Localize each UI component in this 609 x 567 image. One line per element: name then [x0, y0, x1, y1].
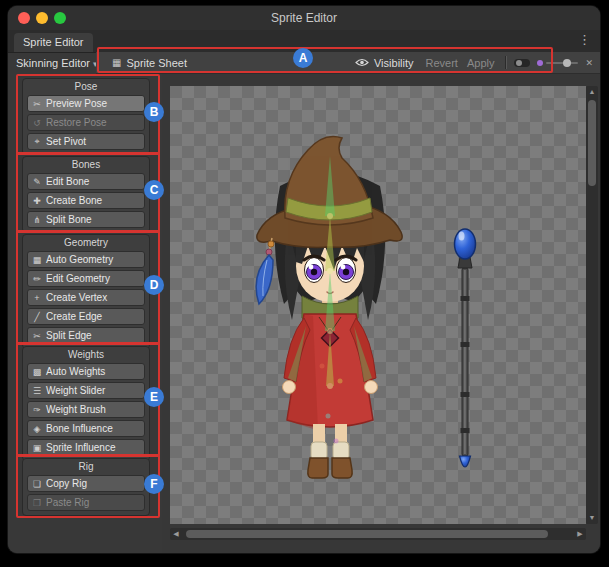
scroll-right-icon[interactable]: ▶ [574, 528, 586, 540]
sprite-influence-label: Sprite Influence [46, 442, 116, 453]
tab-sprite-editor[interactable]: Sprite Editor [14, 33, 93, 52]
screenshot-root: Sprite Editor Sprite Editor ⋮ Skinning E… [0, 0, 609, 567]
restore-pose-button[interactable]: ↺ Restore Pose [27, 114, 145, 131]
preview-pose-label: Preview Pose [46, 98, 107, 109]
weight-brush-icon: ✑ [32, 405, 42, 415]
sprite-editor-window: Sprite Editor Sprite Editor ⋮ Skinning E… [8, 6, 600, 553]
skinning-editor-dropdown[interactable]: Skinning Editor▾ [16, 52, 98, 74]
edit-geometry-icon: ✏ [32, 274, 42, 284]
create-vertex-icon: + [32, 293, 42, 303]
sprite-sheet-label: Sprite Sheet [126, 57, 187, 69]
edit-bone-icon: ✎ [32, 177, 42, 187]
create-vertex-label: Create Vertex [46, 292, 107, 303]
vertical-scrollbar[interactable]: ▲ ▼ [586, 86, 598, 524]
split-edge-label: Split Edge [46, 330, 92, 341]
horizontal-scrollbar[interactable]: ◀ ▶ [170, 528, 586, 540]
overflow-menu-icon[interactable]: ⋮ [578, 32, 591, 47]
zoom-slider[interactable] [546, 62, 578, 64]
panel-geometry: Geometry ▦ Auto Geometry ✏ Edit Geometry… [22, 234, 150, 349]
canvas-area: ▲ ▼ ◀ ▶ [162, 74, 600, 553]
toolbar: ▦ Sprite Sheet Visibility Revert Apply [96, 52, 600, 74]
preview-pose-icon: ✂ [32, 99, 42, 109]
panel-weights: Weights ▩ Auto Weights ☰ Weight Slider ✑… [22, 346, 150, 461]
panel-rig-title: Rig [27, 461, 145, 473]
preview-pose-button[interactable]: ✂ Preview Pose [27, 95, 145, 112]
panel-pose: Pose ✂ Preview Pose ↺ Restore Pose ⌖ Set… [22, 78, 150, 155]
eye-icon [355, 58, 369, 67]
panel-rig: Rig ❏ Copy Rig ❐ Paste Rig [22, 458, 150, 516]
visibility-toggle[interactable]: Visibility [355, 57, 414, 69]
set-pivot-icon: ⌖ [32, 136, 42, 147]
edit-bone-button[interactable]: ✎ Edit Bone [27, 173, 145, 190]
create-bone-button[interactable]: ✚ Create Bone [27, 192, 145, 209]
auto-weights-label: Auto Weights [46, 366, 105, 377]
split-bone-icon: ⋔ [32, 215, 42, 225]
paste-rig-icon: ❐ [32, 498, 42, 508]
create-bone-label: Create Bone [46, 195, 102, 206]
bone-influence-button[interactable]: ◈ Bone Influence [27, 420, 145, 437]
scroll-down-icon[interactable]: ▼ [586, 512, 598, 524]
tab-strip: Sprite Editor ⋮ [8, 30, 600, 53]
character-sprite [256, 137, 402, 479]
create-vertex-button[interactable]: + Create Vertex [27, 289, 145, 306]
restore-pose-icon: ↺ [32, 118, 42, 128]
window-close-button[interactable] [18, 12, 30, 24]
alpha-toggle[interactable] [514, 59, 530, 67]
create-edge-icon: ╱ [32, 312, 42, 322]
zoom-marker-dot [537, 60, 543, 66]
window-zoom-button[interactable] [54, 12, 66, 24]
weight-slider-label: Weight Slider [46, 385, 105, 396]
canvas-viewport[interactable] [170, 86, 586, 524]
edit-geometry-label: Edit Geometry [46, 273, 110, 284]
split-edge-button[interactable]: ✂ Split Edge [27, 327, 145, 344]
restore-pose-label: Restore Pose [46, 117, 107, 128]
apply-button[interactable]: Apply [467, 57, 495, 69]
split-edge-icon: ✂ [32, 331, 42, 341]
revert-button[interactable]: Revert [426, 57, 458, 69]
sprite-sheet-grid-icon: ▦ [112, 57, 121, 68]
skinning-editor-label: Skinning Editor [16, 57, 90, 69]
weight-slider-icon: ☰ [32, 386, 42, 396]
auto-geometry-icon: ▦ [32, 255, 42, 265]
panel-bones-title: Bones [27, 159, 145, 171]
split-bone-label: Split Bone [46, 214, 92, 225]
sprite-sheet-button[interactable]: ▦ Sprite Sheet [112, 57, 187, 69]
panel-geometry-title: Geometry [27, 237, 145, 249]
set-pivot-button[interactable]: ⌖ Set Pivot [27, 133, 145, 150]
copy-rig-button[interactable]: ❏ Copy Rig [27, 475, 145, 492]
split-bone-button[interactable]: ⋔ Split Bone [27, 211, 145, 228]
scroll-left-icon[interactable]: ◀ [170, 528, 182, 540]
copy-rig-icon: ❏ [32, 479, 42, 489]
toolbar-row: Skinning Editor▾ ▦ Sprite Sheet Visibili… [8, 52, 600, 74]
zoom-slider-knob[interactable] [563, 59, 571, 67]
paste-rig-label: Paste Rig [46, 497, 89, 508]
panel-weights-title: Weights [27, 349, 145, 361]
create-edge-button[interactable]: ╱ Create Edge [27, 308, 145, 325]
auto-weights-button[interactable]: ▩ Auto Weights [27, 363, 145, 380]
weight-slider-button[interactable]: ☰ Weight Slider [27, 382, 145, 399]
horizontal-scroll-thumb[interactable] [186, 530, 548, 538]
paste-rig-button[interactable]: ❐ Paste Rig [27, 494, 145, 511]
auto-geometry-button[interactable]: ▦ Auto Geometry [27, 251, 145, 268]
window-minimize-button[interactable] [36, 12, 48, 24]
bone-influence-icon: ◈ [32, 424, 42, 434]
edit-geometry-button[interactable]: ✏ Edit Geometry [27, 270, 145, 287]
staff-sprite [455, 229, 476, 467]
sprite-influence-button[interactable]: ▣ Sprite Influence [27, 439, 145, 456]
sprite-influence-icon: ▣ [32, 443, 42, 453]
window-title: Sprite Editor [8, 6, 600, 30]
panel-pose-title: Pose [27, 81, 145, 93]
bone-influence-label: Bone Influence [46, 423, 113, 434]
create-bone-icon: ✚ [32, 196, 42, 206]
visibility-label: Visibility [374, 57, 414, 69]
vertical-scroll-thumb[interactable] [588, 100, 596, 186]
edit-bone-label: Edit Bone [46, 176, 89, 187]
panel-bones: Bones ✎ Edit Bone ✚ Create Bone ⋔ Split … [22, 156, 150, 233]
auto-geometry-label: Auto Geometry [46, 254, 113, 265]
create-edge-label: Create Edge [46, 311, 102, 322]
zoom-reset-icon[interactable]: ✕ [585, 58, 593, 68]
auto-weights-icon: ▩ [32, 367, 42, 377]
weight-brush-button[interactable]: ✑ Weight Brush [27, 401, 145, 418]
copy-rig-label: Copy Rig [46, 478, 87, 489]
scroll-up-icon[interactable]: ▲ [586, 86, 598, 98]
